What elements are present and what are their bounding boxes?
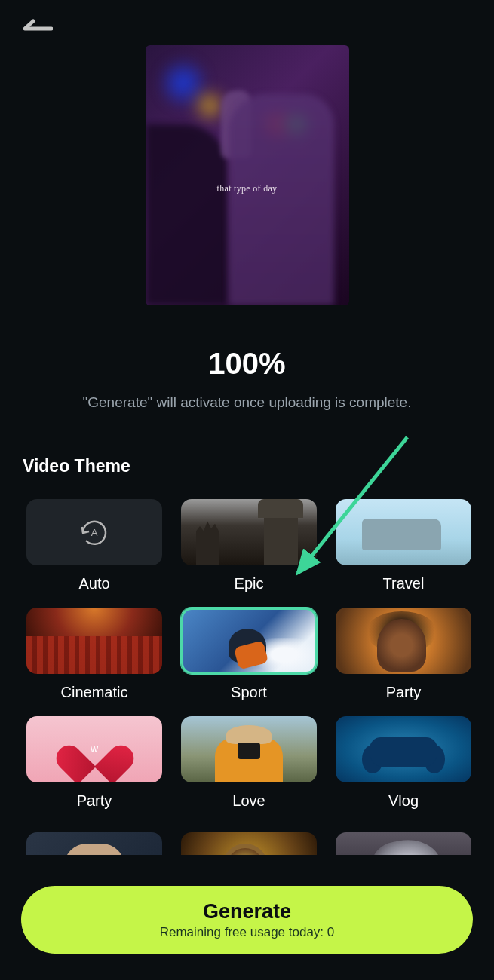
theme-label: Love xyxy=(232,792,265,810)
theme-label: Sport xyxy=(231,684,267,701)
theme-cinematic[interactable]: Cinematic xyxy=(26,608,162,701)
svg-text:A: A xyxy=(91,527,98,538)
heart-letter: w xyxy=(91,743,98,755)
theme-label: Party xyxy=(77,792,112,810)
generate-label: Generate xyxy=(203,900,291,923)
theme-party[interactable]: Party xyxy=(336,608,471,701)
theme-epic[interactable]: Epic xyxy=(181,499,317,593)
progress-hint: "Generate" will activate once uploading … xyxy=(60,394,434,411)
theme-label: Vlog xyxy=(388,792,419,810)
theme-travel[interactable]: Travel xyxy=(336,499,471,593)
theme-vlog[interactable]: Vlog xyxy=(336,716,471,810)
theme-label: Epic xyxy=(235,575,264,593)
theme-love[interactable]: Love xyxy=(181,716,317,810)
theme-label: Auto xyxy=(78,575,109,593)
theme-row4-3[interactable] xyxy=(336,832,471,855)
auto-refresh-icon: A xyxy=(75,517,113,547)
generate-button[interactable]: Generate Remaining free usage today: 0 xyxy=(21,886,473,954)
preview-area: that type of day 100% "Generate" will ac… xyxy=(0,0,494,411)
generate-sub: Remaining free usage today: 0 xyxy=(160,925,335,940)
back-button[interactable] xyxy=(23,19,53,38)
theme-label: Cinematic xyxy=(61,684,128,701)
theme-row4-2[interactable] xyxy=(181,832,317,855)
progress-percent: 100% xyxy=(208,347,285,381)
theme-party-2[interactable]: w Party xyxy=(26,716,162,810)
back-arrow-icon xyxy=(23,19,53,38)
theme-sport[interactable]: Sport xyxy=(181,608,317,701)
preview-caption: that type of day xyxy=(217,182,278,194)
theme-grid: A Auto Epic Travel Cinematic Sport xyxy=(0,476,494,810)
theme-auto[interactable]: A Auto xyxy=(26,499,162,593)
video-preview[interactable]: that type of day xyxy=(146,45,349,305)
theme-label: Party xyxy=(386,684,422,701)
theme-label: Travel xyxy=(383,575,425,593)
theme-row4-1[interactable] xyxy=(26,832,162,855)
section-title: Video Theme xyxy=(23,456,494,476)
theme-grid-partial xyxy=(0,810,494,855)
